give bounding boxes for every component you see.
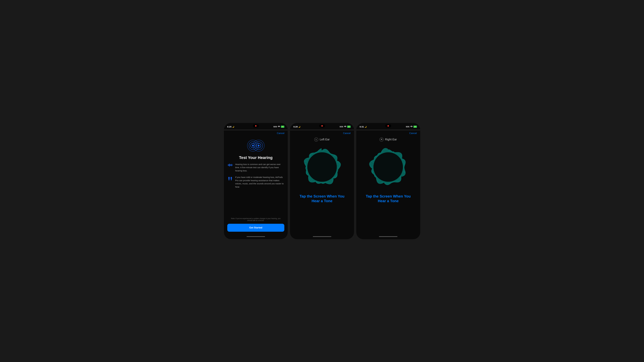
dynamic-island-1 (253, 124, 259, 127)
status-bar-2: 6:29 🌙 SOS ⚡ (290, 123, 354, 130)
tap-instruction-2[interactable]: Tap the Screen When You Hear a Tone (290, 191, 354, 206)
feature-item-1: Hearing loss is common and can get worse… (227, 163, 284, 172)
recording-dot-2 (321, 125, 323, 127)
svg-rect-8 (228, 164, 228, 166)
time-2: 6:29 🌙 (294, 125, 300, 128)
screen-3-content: Cancel R Right Ear Tap the Screen When Y… (356, 130, 420, 239)
svg-rect-16 (228, 179, 230, 180)
screen-title-1: Test Your Hearing (224, 154, 288, 163)
svg-rect-11 (230, 164, 230, 166)
wifi-icon-2 (344, 126, 346, 128)
screens-container: 6:25 🌙 SOS ⚡ (223, 123, 422, 239)
dynamic-island-2 (319, 124, 325, 127)
waveform-icon (227, 163, 233, 167)
screen-1-test-hearing: 6:25 🌙 SOS ⚡ (224, 123, 288, 239)
screen-3-right-ear: 6:31 🌙 SOS ⚡ (356, 123, 420, 239)
moon-icon-3: 🌙 (364, 126, 366, 128)
svg-rect-13 (232, 164, 232, 166)
sos-label-1: SOS (274, 126, 277, 128)
svg-rect-9 (228, 164, 229, 166)
tap-instruction-3[interactable]: Tap the Screen When You Hear a Tone (356, 191, 420, 206)
hearing-icon-svg (246, 139, 265, 152)
feature-text-2: If you have mild or moderate hearing los… (235, 176, 284, 188)
recording-dot-1 (255, 125, 256, 127)
dynamic-island-3 (385, 124, 391, 127)
home-indicator-1 (246, 236, 265, 237)
screen-2-left-ear: 6:29 🌙 SOS ⚡ (290, 123, 354, 239)
status-right-1: SOS ⚡ (274, 126, 284, 128)
screen-1-content: Cancel Test Your Hearing (224, 130, 288, 239)
feature-list: Hearing loss is common and can get worse… (224, 163, 288, 218)
svg-point-7 (258, 145, 260, 146)
note-text: Note: If you've experienced a sudden cha… (224, 218, 288, 224)
home-indicator-3 (379, 236, 398, 237)
svg-point-17 (230, 177, 232, 179)
battery-icon-1: ⚡ (281, 126, 284, 128)
sos-label-3: SOS (406, 126, 409, 128)
moon-icon-1: 🌙 (232, 126, 234, 128)
ear-label-2: L Left Ear (314, 138, 330, 141)
ear-label-text-2: Left Ear (320, 138, 330, 141)
status-right-3: SOS ⚡ (406, 126, 417, 128)
screen-2-content: Cancel L Left Ear (290, 130, 354, 239)
status-right-2: SOS ⚡ (340, 126, 350, 128)
ear-label-text-3: Right Ear (385, 138, 397, 141)
battery-icon-3: ⚡ (414, 126, 417, 128)
left-ear-icon: L (314, 138, 318, 141)
hearing-icon-container (224, 136, 288, 154)
feature-item-2: If you have mild or moderate hearing los… (227, 176, 284, 188)
airpods-icon (227, 176, 233, 181)
cancel-button-3[interactable]: Cancel (356, 130, 420, 135)
svg-rect-10 (229, 164, 230, 166)
time-1: 6:25 🌙 (227, 125, 234, 128)
wifi-icon-1 (278, 126, 280, 128)
svg-point-15 (228, 177, 230, 179)
status-bar-1: 6:25 🌙 SOS ⚡ (224, 123, 288, 130)
right-ear-canvas (368, 147, 408, 187)
status-bar-3: 6:31 🌙 SOS ⚡ (356, 123, 420, 130)
moon-icon-2: 🌙 (298, 126, 300, 128)
svg-rect-12 (231, 164, 231, 166)
get-started-button[interactable]: Get Started (227, 224, 284, 232)
cancel-button-2[interactable]: Cancel (290, 130, 354, 135)
right-ear-ring[interactable] (368, 147, 408, 187)
left-ear-ring[interactable] (302, 147, 342, 187)
home-indicator-2 (313, 236, 331, 237)
wifi-icon-3 (410, 126, 412, 128)
recording-dot-3 (388, 125, 389, 127)
svg-rect-18 (231, 179, 232, 180)
battery-icon-2: ⚡ (347, 126, 350, 128)
ear-label-3: R Right Ear (380, 138, 397, 141)
feature-text-1: Hearing loss is common and can get worse… (235, 163, 284, 172)
time-3: 6:31 🌙 (360, 125, 366, 128)
sos-label-2: SOS (340, 126, 343, 128)
right-ear-icon: R (380, 138, 384, 141)
left-ear-canvas (302, 147, 342, 187)
svg-rect-14 (232, 164, 232, 166)
cancel-button-1[interactable]: Cancel (224, 130, 288, 136)
